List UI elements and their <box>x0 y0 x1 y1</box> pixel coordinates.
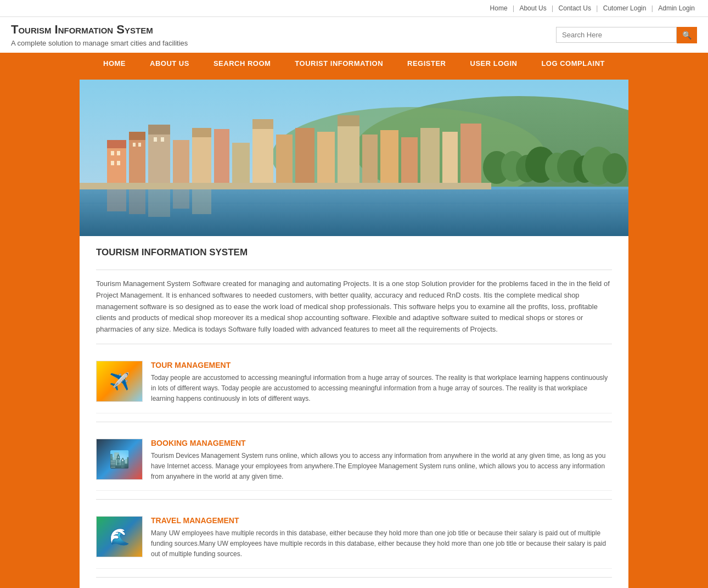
divider-1 <box>96 344 612 344</box>
svg-rect-30 <box>117 161 120 165</box>
section-divider <box>96 270 612 270</box>
intro-text: Tourism Management System Software creat… <box>96 278 612 335</box>
svg-rect-54 <box>192 189 211 214</box>
svg-rect-51 <box>129 189 145 214</box>
svg-rect-27 <box>111 151 114 155</box>
nav-tourist-information[interactable]: TOURIST INFORMATION <box>283 53 395 74</box>
svg-rect-50 <box>107 189 126 211</box>
divider-2 <box>96 422 612 422</box>
travel-info: TRAVEL MANAGEMENT Many UW employees have… <box>151 516 612 560</box>
tour-desc: Today people are accustomed to accessing… <box>151 373 612 405</box>
svg-rect-11 <box>192 128 211 137</box>
footer-space <box>96 586 612 588</box>
search-container: 🔍 <box>556 27 697 43</box>
svg-rect-15 <box>252 119 273 129</box>
svg-rect-49 <box>80 183 491 189</box>
top-links: Home | About Us | Contact Us | Cutomer L… <box>488 4 697 12</box>
tour-info: TOUR MANAGEMENT Today people are accusto… <box>151 361 612 405</box>
top-link-home[interactable]: Home <box>490 4 508 12</box>
feature-tour-management: ✈️ TOUR MANAGEMENT Today people are accu… <box>96 352 612 413</box>
booking-icon-container: 🏙️ <box>96 439 143 480</box>
hero-svg <box>80 80 628 236</box>
main-nav: HOME ABOUT US SEARCH ROOM TOURIST INFORM… <box>0 53 708 74</box>
nav-user-login[interactable]: USER LOGIN <box>458 53 530 74</box>
nav-log-complaint[interactable]: LOG COMPLAINT <box>529 53 617 74</box>
top-link-customer-login[interactable]: Cutomer Login <box>603 4 647 12</box>
site-subtitle: A complete solution to manage smart citi… <box>11 39 188 47</box>
booking-desc: Tourism Devices Management System runs o… <box>151 451 612 483</box>
svg-rect-29 <box>111 161 114 165</box>
svg-rect-6 <box>129 132 145 140</box>
feature-travel-management: 🌊 TRAVEL MANAGEMENT Many UW employees ha… <box>96 508 612 569</box>
svg-rect-4 <box>107 140 126 148</box>
booking-icon: 🏙️ <box>97 439 142 479</box>
section-title: TOURISM INFORMATION SYSTEM <box>96 247 612 261</box>
nav-search-room[interactable]: SEARCH ROOM <box>201 53 283 74</box>
travel-title: TRAVEL MANAGEMENT <box>151 516 612 525</box>
top-bar: Home | About Us | Contact Us | Cutomer L… <box>0 0 708 17</box>
nav-about-us[interactable]: ABOUT US <box>138 53 201 74</box>
feature-booking-management: 🏙️ BOOKING MANAGEMENT Tourism Devices Ma… <box>96 430 612 491</box>
svg-rect-20 <box>338 115 359 126</box>
divider-3 <box>96 499 612 500</box>
hero-image <box>80 80 628 236</box>
travel-desc: Many UW employees have multiple records … <box>151 528 612 560</box>
svg-point-48 <box>603 153 627 184</box>
tour-icon: ✈️ <box>97 361 142 401</box>
svg-rect-53 <box>173 189 189 209</box>
tour-title: TOUR MANAGEMENT <box>151 361 612 369</box>
top-link-about[interactable]: About Us <box>519 4 546 12</box>
content-area: TOURISM INFORMATION SYSTEM Tourism Manag… <box>80 80 628 588</box>
divider-4 <box>96 577 612 578</box>
search-button[interactable]: 🔍 <box>677 27 697 43</box>
svg-rect-8 <box>148 125 170 135</box>
top-link-contact[interactable]: Contact Us <box>559 4 591 12</box>
search-input[interactable] <box>556 27 677 43</box>
svg-rect-34 <box>161 137 164 142</box>
booking-title: BOOKING MANAGEMENT <box>151 439 612 447</box>
main-wrapper: TOURISM INFORMATION SYSTEM Tourism Manag… <box>0 74 708 588</box>
svg-rect-32 <box>138 143 141 147</box>
nav-register[interactable]: REGISTER <box>395 53 458 74</box>
brand: Tourism Information System A complete so… <box>11 23 188 47</box>
svg-rect-31 <box>133 143 136 147</box>
travel-icon-container: 🌊 <box>96 516 143 557</box>
nav-home[interactable]: HOME <box>91 53 138 74</box>
section-content: TOURISM INFORMATION SYSTEM Tourism Manag… <box>80 236 628 588</box>
tour-icon-container: ✈️ <box>96 361 143 402</box>
svg-rect-52 <box>148 189 170 217</box>
header: Tourism Information System A complete so… <box>0 17 708 53</box>
site-title: Tourism Information System <box>11 23 188 37</box>
svg-rect-28 <box>117 151 120 155</box>
hero-scene <box>80 80 628 236</box>
travel-icon: 🌊 <box>97 517 142 557</box>
booking-info: BOOKING MANAGEMENT Tourism Devices Manag… <box>151 439 612 483</box>
top-link-admin-login[interactable]: Admin Login <box>658 4 695 12</box>
svg-rect-33 <box>154 137 157 142</box>
